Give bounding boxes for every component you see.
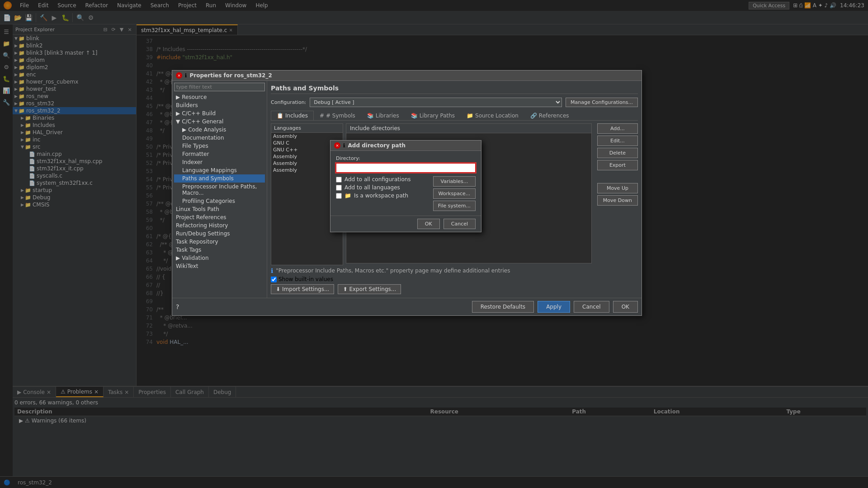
prop-item-paths-symbols[interactable]: Paths and Symbols bbox=[174, 174, 265, 183]
checkbox-all-configs[interactable]: Add to all configurations bbox=[336, 176, 429, 183]
add-dir-cancel-button[interactable]: Cancel bbox=[443, 219, 476, 229]
prop-item-task-tags-label: Task Tags bbox=[176, 247, 201, 253]
libraries-icon: 📚 bbox=[367, 113, 374, 119]
checkbox-workspace-path-label: Is a workspace path bbox=[354, 192, 408, 199]
include-dirs-header: Include directories bbox=[346, 124, 591, 133]
prop-item-builders-label: Builders bbox=[176, 102, 198, 108]
show-builtin-checkbox-row[interactable]: Show built-in values bbox=[271, 276, 638, 282]
workspace-button[interactable]: Workspace... bbox=[433, 188, 476, 199]
prop-item-project-refs[interactable]: Project References bbox=[174, 213, 265, 221]
prop-item-builders[interactable]: Builders bbox=[174, 101, 265, 109]
export-settings-button[interactable]: ⬆ Export Settings... bbox=[338, 284, 401, 294]
config-dropdown[interactable]: Debug [ Active ] bbox=[310, 98, 562, 107]
cancel-button[interactable]: Cancel bbox=[574, 301, 609, 313]
edit-include-button[interactable]: Edit... bbox=[597, 136, 638, 146]
tab-library-paths[interactable]: 📚 Library Paths bbox=[405, 111, 461, 120]
prop-item-linux-tools[interactable]: Linux Tools Path bbox=[174, 205, 265, 213]
prop-item-cpp-build-label: C/C++ Build bbox=[182, 110, 216, 117]
config-row: Configuration: Debug [ Active ] Manage C… bbox=[271, 98, 638, 107]
export-include-button[interactable]: Export bbox=[597, 160, 638, 170]
add-dir-ok-button[interactable]: OK bbox=[417, 219, 440, 229]
properties-filter-input[interactable] bbox=[174, 83, 265, 91]
prop-item-task-repo-label: Task Repository bbox=[176, 239, 218, 245]
move-up-button[interactable]: Move Up bbox=[597, 183, 638, 193]
prop-item-cpp-general[interactable]: ▼ C/C++ General bbox=[174, 117, 265, 126]
help-button[interactable]: ? bbox=[176, 303, 179, 310]
prop-item-wikitext[interactable]: WikiText bbox=[174, 262, 265, 270]
includes-icon: 📋 bbox=[277, 113, 283, 119]
prop-item-file-types-label: File Types bbox=[182, 143, 208, 149]
tab-references[interactable]: 🔗 References bbox=[524, 111, 575, 120]
prop-item-validation-arrow: ▶ bbox=[176, 255, 180, 261]
prop-item-cpp-general-arrow: ▼ bbox=[176, 118, 180, 125]
import-settings-button[interactable]: ⬇ Import Settings... bbox=[271, 284, 334, 294]
add-include-button[interactable]: Add... bbox=[597, 123, 638, 134]
tab-source-location[interactable]: 📁 Source Location bbox=[461, 111, 524, 120]
prop-item-profiling[interactable]: Profiling Categories bbox=[174, 197, 265, 205]
prop-item-indexer[interactable]: Indexer bbox=[174, 158, 265, 166]
info-icon: ℹ bbox=[271, 267, 273, 274]
checkbox-workspace-path-input[interactable] bbox=[336, 193, 342, 199]
dir-action-buttons: Variables... Workspace... File system... bbox=[433, 176, 476, 211]
checkbox-all-configs-input[interactable] bbox=[336, 177, 342, 183]
prop-item-project-refs-label: Project References bbox=[176, 214, 226, 221]
properties-close-button[interactable]: × bbox=[176, 72, 182, 79]
import-settings-label: Import Settings... bbox=[282, 286, 329, 292]
tab-symbols[interactable]: # # Symbols bbox=[314, 111, 361, 120]
variables-button[interactable]: Variables... bbox=[433, 176, 476, 187]
prop-item-cpp-build-arrow: ▶ bbox=[176, 110, 180, 117]
restore-defaults-button[interactable]: Restore Defaults bbox=[472, 301, 534, 313]
languages-header: Languages bbox=[271, 124, 343, 133]
tab-includes-label: Includes bbox=[285, 113, 308, 119]
dir-path-input[interactable] bbox=[336, 163, 476, 173]
prop-item-code-analysis-arrow: ▶ bbox=[182, 127, 186, 133]
add-dir-dialog: × ℹ Add directory path Directory: Add to… bbox=[330, 140, 481, 232]
delete-include-button[interactable]: Delete bbox=[597, 148, 638, 158]
dir-label: Directory: bbox=[336, 155, 476, 161]
prop-item-cpp-build[interactable]: ▶ C/C++ Build bbox=[174, 109, 265, 117]
checkbox-all-langs[interactable]: Add to all languages bbox=[336, 184, 429, 191]
prop-item-run-debug-label: Run/Debug Settings bbox=[176, 230, 230, 237]
checkbox-all-configs-label: Add to all configurations bbox=[344, 176, 411, 183]
prop-item-refactoring-label: Refactoring History bbox=[176, 222, 228, 229]
source-location-icon: 📁 bbox=[467, 113, 473, 119]
prop-item-paths-symbols-label: Paths and Symbols bbox=[182, 175, 234, 182]
checkbox-all-langs-input[interactable] bbox=[336, 185, 342, 191]
prop-item-code-analysis[interactable]: ▶ Code Analysis bbox=[174, 126, 265, 134]
prop-item-run-debug[interactable]: Run/Debug Settings bbox=[174, 230, 265, 238]
footer-right-buttons: Restore Defaults Apply Cancel OK bbox=[472, 301, 638, 313]
references-icon: 🔗 bbox=[530, 113, 537, 119]
filesystem-button[interactable]: File system... bbox=[433, 201, 476, 211]
prop-item-lang-mappings[interactable]: Language Mappings bbox=[174, 166, 265, 174]
add-dir-close-button[interactable]: × bbox=[334, 142, 340, 149]
prop-item-formatter[interactable]: Formatter bbox=[174, 150, 265, 158]
prop-item-preprocessor[interactable]: Preprocessor Include Paths, Macro... bbox=[174, 183, 265, 197]
lang-assembly-1[interactable]: Assembly bbox=[271, 133, 343, 140]
properties-icon: ℹ bbox=[185, 72, 187, 79]
prop-item-validation[interactable]: ▶ Validation bbox=[174, 254, 265, 262]
properties-left-panel: ▶ Resource Builders ▶ C/C++ Build ▼ C/C+… bbox=[172, 81, 267, 298]
tab-libraries[interactable]: 📚 Libraries bbox=[361, 111, 405, 120]
import-export-buttons: ⬇ Import Settings... ⬆ Export Settings..… bbox=[271, 282, 638, 294]
prop-item-task-repo[interactable]: Task Repository bbox=[174, 238, 265, 246]
prop-item-wikitext-label: WikiText bbox=[176, 263, 198, 269]
manage-configs-button[interactable]: Manage Configurations... bbox=[566, 98, 638, 107]
prop-item-refactoring[interactable]: Refactoring History bbox=[174, 221, 265, 230]
tab-includes[interactable]: 📋 Includes bbox=[271, 111, 314, 120]
prop-item-task-tags[interactable]: Task Tags bbox=[174, 246, 265, 254]
export-icon: ⬆ bbox=[343, 286, 347, 292]
side-action-buttons: Add... Edit... Delete Export Move Up Mov… bbox=[594, 123, 638, 265]
apply-button[interactable]: Apply bbox=[538, 301, 570, 313]
move-down-button[interactable]: Move Down bbox=[597, 195, 638, 206]
add-dir-dialog-title: Add directory path bbox=[348, 142, 406, 149]
show-builtin-checkbox[interactable] bbox=[271, 277, 277, 282]
info-bar: ℹ "Preprocessor Include Paths, Macros et… bbox=[271, 265, 638, 276]
ok-button[interactable]: OK bbox=[613, 301, 638, 313]
prop-item-resource[interactable]: ▶ Resource bbox=[174, 93, 265, 101]
paths-symbols-title: Paths and Symbols bbox=[271, 84, 638, 94]
prop-item-file-types[interactable]: File Types bbox=[174, 142, 265, 150]
properties-dialog-footer: ? Restore Defaults Apply Cancel OK bbox=[172, 298, 642, 315]
prop-item-documentation[interactable]: Documentation bbox=[174, 134, 265, 142]
checkbox-workspace-path[interactable]: 📁 Is a workspace path bbox=[336, 192, 429, 199]
prop-item-validation-label: Validation bbox=[182, 255, 208, 261]
